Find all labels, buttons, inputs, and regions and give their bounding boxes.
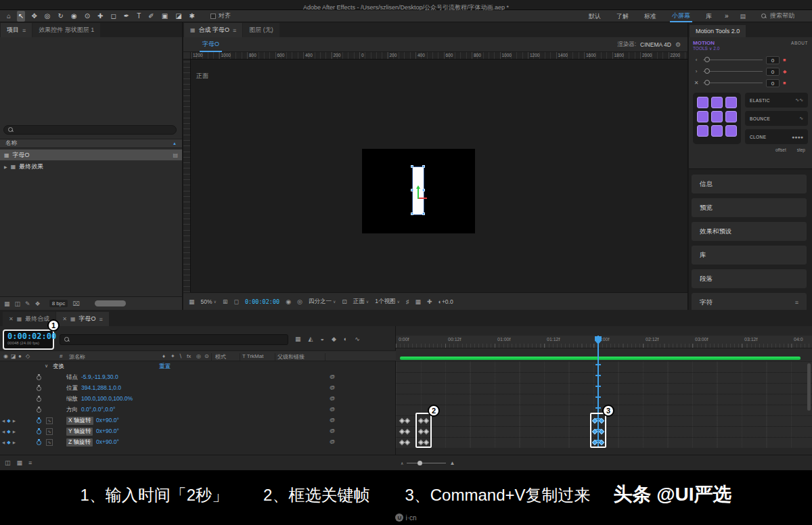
selection-handle[interactable] [422,165,425,168]
timeline-property-row[interactable]: ◀ ◆ ▶ ∨ ∿ Y 轴旋转 ∞ 0x+90.0° @ [0,426,396,437]
horizontal-scrollbar[interactable] [95,300,126,306]
slider-mode-icon[interactable]: ✕ [693,80,700,86]
slider-value[interactable]: 0 [766,68,780,76]
property-name[interactable]: 变换 [53,363,64,371]
next-keyframe-icon[interactable]: ▶ [13,419,16,423]
project-item-letter-o[interactable]: ▦ 字母O ▤ [0,150,182,160]
property-name[interactable]: 位置 [66,384,78,392]
collapsed-panel[interactable]: 库 [692,246,807,265]
zoom-in-icon[interactable]: ▲ [449,460,455,466]
hand-tool-icon[interactable]: ✥ [30,11,38,22]
motion-slider[interactable]: ✕ 0 ■ [693,77,808,89]
zoom-slider-track[interactable] [407,463,446,463]
proxy-icon[interactable]: ✎ [25,300,30,307]
stopwatch-icon[interactable] [37,386,41,391]
column-hash[interactable]: # [60,353,62,359]
clone-grid-cell[interactable] [711,111,723,122]
slider-track[interactable] [703,71,763,72]
property-name[interactable]: 方向 [66,406,78,414]
timeline-property-row[interactable]: ◀ ◆ ▶ ∨ ∿ 变换 ∞ 重置 @ [0,361,396,372]
graph-editor-set-icon[interactable]: ∿ [46,439,53,446]
audio-column-icon[interactable]: ◪ [11,353,16,359]
expand-transfer-controls-icon[interactable]: ▦ [17,459,23,466]
3d-view-menu[interactable]: 正面 ∨ [353,298,369,306]
selection-handle[interactable] [411,165,413,168]
search-project-icon[interactable]: ❖ [35,300,41,307]
sort-ascending-icon[interactable]: ▲ [173,141,177,145]
selection-tool-icon[interactable]: ↖ [17,11,25,22]
stopwatch-icon[interactable] [37,440,41,445]
shape-tool-icon[interactable]: ◻ [109,11,117,22]
project-item-final-effect[interactable]: ▶ ▦ 最终效果 [0,161,182,172]
grid-guides-icon[interactable]: ♯ [406,298,409,305]
motion-tools-button[interactable]: BOUNCE ∿ [745,111,808,126]
slider-knob[interactable] [704,80,710,85]
motion-tools-button[interactable]: CLONE ●●●● [745,129,808,144]
mask-visibility-icon[interactable]: ◻ [233,298,238,305]
pick-whip-icon[interactable]: @ [330,384,335,390]
current-time-field[interactable]: 0:00:02:00 00048 (24.00 fps) [3,329,54,350]
property-name[interactable]: 锚点 [66,373,78,382]
pick-whip-icon[interactable]: @ [330,428,335,434]
timeline-property-row[interactable]: ◀ ◆ ▶ ∨ ∿ X 轴旋转 ∞ 0x+90.0° @ [0,415,396,426]
zoom-slider-knob[interactable] [418,461,422,465]
step-label[interactable]: step [797,147,805,152]
next-keyframe-icon[interactable]: ▶ [13,430,16,434]
pick-whip-icon[interactable]: @ [330,395,335,401]
tab-motion-tools[interactable]: Motion Tools 2.0 [690,25,746,37]
view-layout-menu[interactable]: 1个视图 ∨ [375,298,400,306]
vertical-scrollbar[interactable] [807,363,811,411]
slider-value[interactable]: 0 [766,56,780,64]
collapsed-panel[interactable]: 段落 [692,269,807,288]
panel-menu-icon[interactable]: ≡ [22,27,26,34]
keyframe-navigator[interactable]: ◀ ◆ ▶ [2,418,16,424]
checkbox-icon[interactable] [210,14,216,19]
exposure-control[interactable]: ◐ +0.0 [438,298,453,305]
guides-icon[interactable]: ▦ [415,298,421,305]
graph-editor-icon[interactable]: ∿ [355,336,360,342]
pan-behind-tool-icon[interactable]: ✚ [96,11,104,22]
zoom-out-icon[interactable]: ∧ [401,461,403,465]
trash-icon[interactable]: ⌧ [72,300,79,307]
orbit-camera-tool-icon[interactable]: ↻ [57,11,65,22]
pick-whip-icon[interactable]: @ [330,417,335,423]
about-link[interactable]: ABOUT [791,41,808,45]
timeline-property-row[interactable]: ◀ ◆ ▶ ∨ ∿ 锚点 ∞ -5.9,-11.9,30.0 @ [0,372,396,383]
collapse-caret-icon[interactable]: ∨ [45,363,48,369]
constrain-link-icon[interactable]: ∞ [72,395,76,401]
clone-grid-cell[interactable] [697,97,708,108]
clone-grid-cell[interactable] [725,97,737,108]
previous-keyframe-icon[interactable]: ◀ [2,419,5,423]
collapsed-panel[interactable]: 信息 [692,175,807,193]
timeline-property-row[interactable]: ◀ ◆ ▶ ∨ ∿ 位置 ∞ 394.1,288.1,0.0 @ [0,383,396,394]
property-value[interactable]: 0.0°,0.0°,0.0° [81,406,115,413]
graph-editor-set-icon[interactable]: ∿ [46,417,53,424]
collapsed-panel[interactable]: 效果和预设 [692,222,807,241]
tab-composition[interactable]: ▦ 合成 字母O ≡ [184,23,242,37]
selection-handle[interactable] [411,212,413,215]
previous-keyframe-icon[interactable]: ◀ [2,440,5,444]
property-value[interactable]: 0x+90.0° [96,438,119,445]
resolution-menu[interactable]: 四分之一 ∨ [309,298,336,306]
property-value[interactable]: 0x+90.0° [96,428,119,434]
motion-blur-icon[interactable]: ⊙ [204,353,209,359]
project-flowchart-icon[interactable]: ▦ [4,300,10,307]
tab-effect-controls[interactable]: 效果控件 形状图层 1 [32,23,100,37]
stopwatch-icon[interactable] [37,419,41,424]
property-value[interactable]: 394.1,288.1,0.0 [81,384,121,391]
property-name[interactable]: Z 轴旋转 [66,438,93,447]
workspace-tab[interactable]: 了解 [614,11,631,22]
quality-icon[interactable]: ∖ [179,353,182,359]
composition-viewport[interactable]: 正面 [191,60,687,292]
close-icon[interactable]: ✕ [9,316,14,322]
renderer-control[interactable]: 渲染器: CINEMA 4D ⚙ [617,41,681,49]
motion-blur-toggle-icon[interactable]: ◐ [344,336,347,342]
workspace-menu-icon[interactable]: ▤ [740,13,746,20]
snapping-checkbox[interactable]: 对齐 [210,12,231,20]
bit-depth-button[interactable]: 8 bpc [49,300,68,307]
slider-track[interactable] [703,60,763,60]
composition-frame[interactable] [362,149,475,233]
motion-slider[interactable]: ‹ 0 ■ [693,54,808,66]
puppet-pin-tool-icon[interactable]: ✱ [188,11,196,22]
previous-keyframe-icon[interactable]: ◀ [2,430,5,434]
